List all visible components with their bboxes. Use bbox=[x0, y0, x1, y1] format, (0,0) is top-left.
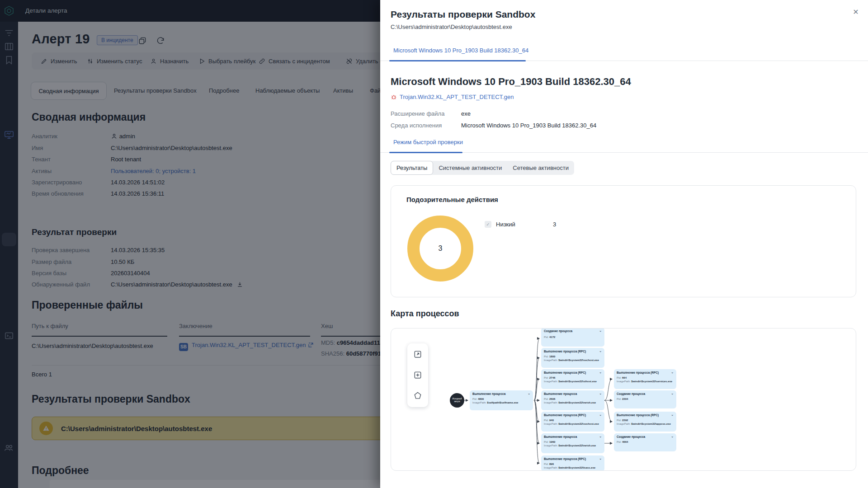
checkbox-icon[interactable]: ✓ bbox=[485, 221, 491, 228]
results-segmented-control: Результаты Системные активности Сетевые … bbox=[391, 161, 574, 175]
process-node[interactable]: Создание процесса⌄ Pid: 4172 bbox=[541, 328, 604, 347]
tab-environment[interactable]: Microsoft Windows 10 Pro_1903 Build 1836… bbox=[391, 47, 531, 54]
chevron-down-icon[interactable]: ⌄ bbox=[599, 435, 602, 438]
process-node[interactable]: Выполнение процесса (RPC)⌄ Pid: 896 Imag… bbox=[541, 455, 604, 471]
segment-results[interactable]: Результаты bbox=[391, 161, 433, 175]
map-toolbar bbox=[407, 343, 428, 407]
process-map-heading: Карта процессов bbox=[391, 309, 459, 319]
legend-item-low[interactable]: ✓ Низкий bbox=[485, 221, 515, 228]
open-fullscreen-icon[interactable] bbox=[413, 350, 422, 359]
legend-count: 3 bbox=[553, 221, 556, 228]
process-node[interactable]: Выполнение процесса (RPC)⌄ Pid: 664 Imag… bbox=[614, 369, 676, 389]
chevron-down-icon[interactable]: ⌄ bbox=[671, 435, 674, 438]
chevron-down-icon[interactable]: ⌄ bbox=[599, 413, 602, 417]
close-icon[interactable]: ✕ bbox=[852, 8, 860, 16]
environment-heading: Microsoft Windows 10 Pro_1903 Build 1836… bbox=[391, 76, 631, 88]
process-node[interactable]: Выполнение процесса (RPC)⌄ Pid: 1800 Ima… bbox=[541, 348, 604, 368]
chevron-down-icon[interactable]: ⌄ bbox=[599, 329, 602, 333]
chevron-down-icon[interactable]: ⌄ bbox=[671, 371, 674, 374]
process-node[interactable]: Выполнение процесса⌄ Pid: 4800 ImagePath… bbox=[470, 390, 533, 410]
environment-tab-bar: Microsoft Windows 10 Pro_1903 Build 1836… bbox=[380, 43, 868, 61]
chevron-down-icon[interactable]: ⌄ bbox=[671, 413, 674, 417]
process-map-card: Исходный запуск Выполнение процесса⌄ Pid… bbox=[391, 328, 856, 471]
process-node[interactable]: Создание процесса⌄ Pid: 4664 bbox=[614, 433, 676, 451]
process-node[interactable]: Выполнение процесса (RPC)⌄ Pid: 2292 Ima… bbox=[614, 412, 676, 432]
mode-tab-bar: Режим быстрой проверки bbox=[380, 136, 868, 153]
chevron-down-icon[interactable]: ⌄ bbox=[599, 350, 602, 353]
segment-network-activities[interactable]: Сетевые активности bbox=[507, 161, 574, 174]
zoom-in-icon[interactable] bbox=[413, 371, 422, 380]
segment-system-activities[interactable]: Системные активности bbox=[433, 161, 507, 174]
fit-view-icon[interactable] bbox=[413, 391, 422, 400]
field-row: Расширение файлаexe bbox=[391, 110, 471, 117]
process-node[interactable]: Выполнение процесса (RPC)⌄ Pid: 2746 Ima… bbox=[541, 369, 604, 389]
suspicious-actions-card: Подозрительные действия 3 ✓ Низкий 3 bbox=[391, 185, 856, 297]
process-source-node[interactable]: Исходный запуск bbox=[450, 393, 464, 408]
active-tab-underline bbox=[389, 152, 462, 153]
chevron-down-icon[interactable]: ⌄ bbox=[599, 392, 602, 395]
chevron-down-icon[interactable]: ⌄ bbox=[671, 392, 674, 395]
chevron-down-icon[interactable]: ⌄ bbox=[599, 457, 602, 460]
threat-link[interactable]: Trojan.Win32.KL_APT_TEST_DETECT.gen bbox=[391, 94, 514, 100]
sandbox-results-drawer: Результаты проверки Sandbox C:\Users\adm… bbox=[380, 0, 868, 488]
process-node[interactable]: Выполнение процесса⌄ Pid: 1960 ImagePath… bbox=[541, 433, 604, 453]
process-node[interactable]: Выполнение процесса (RPC)⌄ Pid: 940 Imag… bbox=[541, 412, 604, 432]
process-node[interactable]: Создание процесса⌄ Pid: 2204 bbox=[614, 390, 676, 408]
field-row: Среда исполненияMicrosoft Windows 10 Pro… bbox=[391, 122, 596, 129]
chevron-down-icon[interactable]: ⌄ bbox=[599, 371, 602, 374]
app-window: Детали алерта Алерт 19 В инциден bbox=[0, 0, 868, 488]
active-tab-underline bbox=[389, 60, 526, 61]
bug-icon bbox=[391, 94, 397, 100]
suspicious-actions-heading: Подозрительные действия bbox=[406, 196, 498, 203]
chevron-down-icon[interactable]: ⌄ bbox=[528, 392, 530, 395]
suspicious-actions-donut[interactable]: 3 bbox=[407, 216, 473, 282]
drawer-subtitle-path: C:\Users\administrator\Desktop\autosbtes… bbox=[391, 23, 512, 30]
donut-total: 3 bbox=[439, 244, 443, 253]
process-node[interactable]: Выполнение процесса⌄ Pid: 2606 ImagePath… bbox=[541, 390, 604, 410]
drawer-title: Результаты проверки Sandbox bbox=[391, 9, 535, 20]
tab-quick-scan-mode[interactable]: Режим быстрой проверки bbox=[391, 139, 466, 145]
